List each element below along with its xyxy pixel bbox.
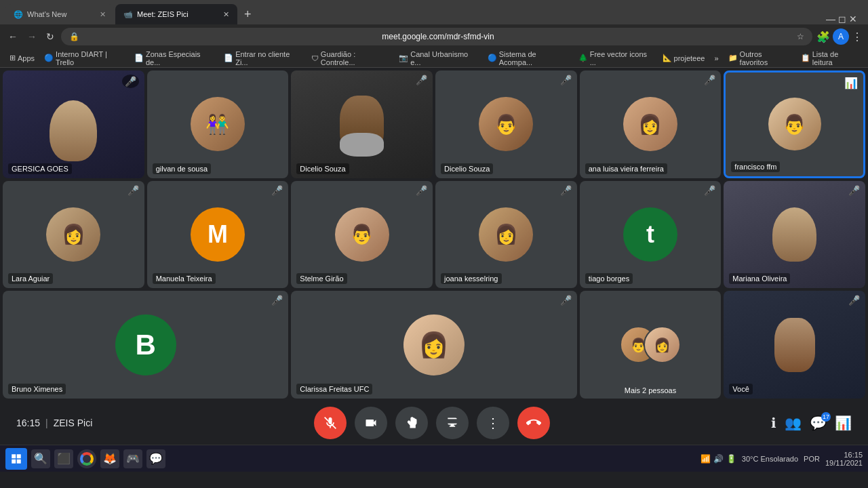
p12-name: Mariana Oliveira: [729, 273, 790, 284]
p12-mute-icon: 🎤: [848, 185, 860, 196]
camera-button[interactable]: [355, 407, 387, 439]
p3-mute-icon: 🎤: [416, 75, 427, 85]
bookmark-projeteee[interactable]: 📐 projeteee: [658, 52, 709, 64]
p9-mute-icon: 🎤: [416, 185, 427, 196]
meeting-controls: ⋮: [314, 407, 550, 439]
tile-gersica: 🎤 GERSICA GOES: [3, 70, 144, 178]
separator: |: [45, 418, 48, 428]
chat-button[interactable]: 💬 17: [810, 415, 827, 431]
forward-button[interactable]: →: [24, 28, 39, 45]
minimize-icon[interactable]: —: [826, 14, 835, 24]
restore-icon[interactable]: ◻: [838, 14, 846, 24]
star-icon[interactable]: ☆: [797, 32, 804, 41]
p13-mute-icon: 🎤: [271, 295, 283, 306]
guardiao-icon: 🛡: [311, 54, 319, 62]
tile-bruno: B 🎤 Bruno Ximenes: [3, 291, 288, 399]
tab-meet[interactable]: 📹 Meet: ZEIS Pici ✕: [115, 4, 237, 24]
address-input-wrapper[interactable]: 🔒 ☆: [61, 28, 812, 45]
network-icon[interactable]: 📶: [701, 454, 711, 464]
bookmark-outros[interactable]: 📁 Outros favoritos: [724, 49, 794, 68]
bookmark-canal[interactable]: 📷 Canal Urbanismo e...: [395, 49, 481, 68]
taskbar: 🔍 ⬛ 🦊 🎮 💬 📶 🔊 🔋 30°C Ensolarado POR 16:1…: [0, 445, 868, 472]
bookmark-apps-label: Apps: [18, 54, 35, 62]
bookmark-lista[interactable]: 📋 Lista de leitura: [797, 49, 863, 68]
clock-time: 16:15: [825, 451, 863, 459]
p4-mute-icon: 🎤: [560, 75, 572, 85]
refresh-button[interactable]: ↻: [43, 28, 57, 45]
p1-name: GERSICA GOES: [8, 163, 72, 174]
bookmarks-bar: ⊞ Apps 🔵 Interno DIART | Trello 📄 Zonas …: [0, 49, 868, 68]
tab-title: What's New: [27, 10, 66, 18]
free-vector-icon: 🌲: [578, 54, 588, 62]
p16-mute-icon: 🎤: [848, 295, 860, 306]
activities-button[interactable]: 📊: [835, 415, 852, 431]
extensions-icon[interactable]: 🧩: [816, 30, 830, 43]
p14-name: Clarissa Freitas UFC: [296, 384, 372, 394]
bookmark-sistema[interactable]: 🔵 Sistema de Acompa...: [484, 49, 573, 68]
bookmark-apps[interactable]: ⊞ Apps: [5, 52, 39, 64]
back-button[interactable]: ←: [5, 28, 20, 45]
tab-close-icon[interactable]: ✕: [100, 10, 106, 19]
bookmark-free-vector[interactable]: 🌲 Free vector icons ...: [574, 49, 657, 68]
volume-icon[interactable]: 🔊: [713, 454, 724, 464]
tab-icon: 🌐: [14, 10, 23, 19]
chat-badge: 17: [821, 412, 831, 422]
bookmark-outros-label: Outros favoritos: [740, 50, 790, 66]
p4-name: Dicelio Souza: [441, 163, 493, 174]
bookmark-canal-label: Canal Urbanismo e...: [410, 50, 477, 66]
bookmark-more[interactable]: »: [710, 53, 722, 64]
p11-mute-icon: 🎤: [704, 185, 715, 196]
weather-temp: 30°C Ensolarado: [742, 455, 798, 463]
bookmark-trello[interactable]: 🔵 Interno DIART | Trello: [40, 49, 129, 68]
close-window-icon[interactable]: ✕: [849, 14, 857, 24]
tab-meet-icon: 📹: [123, 10, 133, 19]
tile-tiago: t 🎤 tiago borges: [580, 181, 722, 289]
apps-icon: ⊞: [9, 54, 16, 62]
bookmark-projeteee-label: projeteee: [674, 54, 705, 62]
people-button[interactable]: 👥: [785, 415, 802, 431]
tile-gilvan: 👫 gilvan de sousa: [147, 70, 289, 178]
p10-name: joana kesselring: [441, 273, 502, 284]
tile-dicelio-avatar: 👨 🎤 Dicelio Souza: [435, 70, 577, 178]
p7-name: Lara Aguiar: [8, 273, 53, 284]
present-button[interactable]: [436, 407, 469, 439]
p6-active-icon: 📊: [844, 77, 858, 89]
info-button[interactable]: ℹ: [771, 415, 776, 431]
language-label: POR: [804, 455, 820, 463]
end-call-button[interactable]: [517, 407, 550, 439]
taskbar-search[interactable]: 🔍: [31, 449, 50, 468]
tile-mais2: 👨 👩 Mais 2 pessoas: [580, 291, 722, 399]
projeteee-icon: 📐: [663, 54, 672, 62]
taskbar-firefox[interactable]: 🦊: [100, 449, 119, 468]
battery-icon[interactable]: 🔋: [726, 454, 736, 464]
p16-name: Você: [729, 384, 752, 394]
tab-bar: 🌐 What's New ✕ 📹 Meet: ZEIS Pici ✕ + — ◻…: [0, 0, 868, 24]
zi-icon: 📄: [224, 54, 233, 62]
menu-icon[interactable]: ⋮: [852, 30, 863, 43]
taskbar-steam[interactable]: 🎮: [123, 449, 142, 468]
tab-whats-new[interactable]: 🌐 What's New ✕: [5, 4, 114, 24]
new-tab-button[interactable]: +: [239, 4, 257, 24]
taskbar-chrome[interactable]: [77, 449, 96, 468]
profile-icon[interactable]: A: [833, 28, 849, 45]
address-bar: ← → ↻ 🔒 ☆ 🧩 A ⋮: [0, 24, 868, 49]
bookmark-free-vector-label: Free vector icons ...: [590, 50, 653, 66]
bookmark-lista-label: Lista de leitura: [812, 50, 859, 66]
tile-clarissa: 👩 🎤 Clarissa Freitas UFC: [291, 291, 576, 399]
p8-mute-icon: 🎤: [271, 185, 283, 196]
taskbar-task-view[interactable]: ⬛: [54, 449, 73, 468]
bottom-bar: 16:15 | ZEIS Pici ⋮ ℹ 👥: [0, 401, 868, 445]
bookmark-guardiao[interactable]: 🛡 Guardião : Controle...: [307, 49, 393, 68]
more-button[interactable]: ⋮: [477, 407, 509, 439]
taskbar-app4[interactable]: 💬: [146, 449, 165, 468]
bookmark-zonas[interactable]: 📄 Zonas Especiais de...: [130, 49, 218, 68]
raise-hand-button[interactable]: [395, 407, 428, 439]
mute-button[interactable]: [314, 407, 347, 439]
bookmark-zi[interactable]: 📄 Entrar no cliente Zi...: [220, 49, 306, 68]
tab-meet-close-icon[interactable]: ✕: [223, 10, 229, 19]
clock-date: 19/11/2021: [825, 459, 863, 467]
lock-icon: 🔒: [69, 32, 79, 41]
address-input[interactable]: [83, 32, 793, 41]
weather-info: 30°C Ensolarado: [742, 455, 798, 463]
start-button[interactable]: [5, 448, 27, 470]
